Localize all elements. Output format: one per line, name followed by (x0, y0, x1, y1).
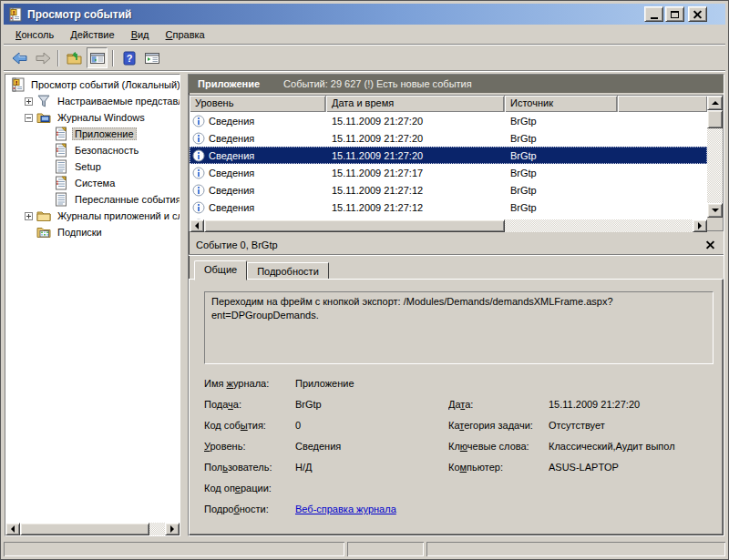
title-bar[interactable]: Просмотр событий (4, 4, 725, 25)
status-bar (4, 540, 725, 556)
scrollbar-thumb[interactable] (707, 110, 723, 128)
preview-tabs: Общие Подробности (189, 260, 724, 279)
column-datetime[interactable]: Дата и время (326, 96, 505, 112)
subscriptions-icon (36, 225, 51, 239)
expand-icon[interactable] (25, 97, 33, 106)
log-header-bar: Приложение Событий: 29 627 (!) Есть новы… (189, 75, 724, 93)
field-label-level: Уровень: (204, 441, 295, 452)
tree-item-application[interactable]: Приложение (5, 126, 180, 142)
menu-console[interactable]: Консоль (7, 26, 62, 43)
event-row[interactable]: Сведения 15.11.2009 21:27:20 BrGtp (190, 129, 707, 147)
column-source[interactable]: Источник (505, 96, 618, 112)
preview-close-button[interactable] (703, 239, 716, 251)
minimize-icon (651, 17, 658, 19)
tab-details[interactable]: Подробности (247, 262, 329, 279)
tree-item-forwarded-events[interactable]: Пересланные события (5, 191, 180, 208)
scrollbar-thumb[interactable] (204, 219, 505, 232)
column-level[interactable]: Уровень (190, 96, 326, 112)
panel-splitter[interactable] (180, 74, 188, 536)
event-datetime: 15.11.2009 21:27:20 (326, 133, 505, 144)
show-action-pane-button[interactable] (141, 47, 162, 68)
main-area: Просмотр событий (Локальный) Настраиваем… (4, 72, 725, 539)
event-row[interactable]: Сведения 15.11.2009 21:27:12 BrGtp (190, 199, 707, 216)
event-source: BrGtp (505, 185, 707, 196)
tree-item-windows-logs[interactable]: Журналы Windows (5, 109, 180, 126)
tree-horizontal-scrollbar[interactable] (5, 523, 180, 535)
scrollbar-track[interactable] (149, 523, 165, 535)
scroll-right-button[interactable] (165, 523, 180, 535)
scrollbar-track[interactable] (707, 128, 723, 203)
tree-item-app-service-logs[interactable]: Журналы приложений и служб (5, 208, 180, 224)
back-button[interactable] (9, 47, 30, 68)
menu-view[interactable]: Вид (123, 26, 158, 43)
event-source: BrGtp (505, 202, 707, 213)
tree-item-security[interactable]: Безопасность (5, 142, 180, 158)
event-description[interactable]: Переходим на фрейм с кнопкой экспорт: /M… (204, 291, 714, 364)
field-label-log-name: Имя журнала: (204, 378, 295, 389)
preview-divider (189, 254, 724, 256)
scrollbar-thumb[interactable] (20, 523, 149, 535)
tree-item-system[interactable]: Система (5, 175, 180, 191)
event-row[interactable]: Сведения 15.11.2009 21:27:17 BrGtp (190, 164, 707, 181)
field-label-keywords: Ключевые слова: (448, 441, 549, 452)
event-level: Сведения (209, 133, 254, 144)
maximize-button[interactable] (665, 6, 684, 22)
up-level-folder-icon (67, 51, 83, 66)
field-row: Имя журнала: Приложение (204, 378, 714, 399)
tree-item-label: Пересланные события (72, 193, 180, 206)
scroll-right-icon (698, 222, 705, 229)
menu-action[interactable]: Действие (62, 26, 122, 43)
event-log-online-help-link[interactable]: Веб-справка журнала (295, 504, 396, 514)
scroll-left-button[interactable] (5, 523, 20, 535)
field-row: Подача: BrGtp Дата: 15.11.2009 21:27:20 (204, 399, 714, 420)
event-row[interactable]: Сведения 15.11.2009 21:27:20 BrGtp (190, 112, 707, 129)
console-tree-icon (89, 51, 106, 66)
collapse-icon[interactable] (25, 114, 33, 122)
expand-icon[interactable] (25, 212, 33, 220)
scroll-right-icon (170, 525, 178, 533)
list-horizontal-scrollbar[interactable] (190, 219, 707, 232)
toolbar-separator (112, 50, 114, 66)
show-console-tree-button[interactable] (87, 47, 108, 68)
tree-item-label: Просмотр событий (Локальный) (28, 78, 180, 91)
event-source: BrGtp (505, 150, 707, 161)
toolbar: ? (4, 46, 725, 70)
event-row-selected[interactable]: Сведения 15.11.2009 21:27:20 BrGtp (190, 147, 707, 164)
scrollbar-track[interactable] (505, 219, 693, 232)
minimize-button[interactable] (644, 6, 663, 22)
field-row: Код события: 0 Категория задачи: Отсутст… (204, 420, 714, 441)
column-header-row: Уровень Дата и время Источник (190, 96, 707, 112)
scroll-up-button[interactable] (707, 96, 723, 110)
close-button[interactable] (688, 6, 707, 22)
event-row[interactable]: Сведения 15.11.2009 21:27:12 BrGtp (190, 181, 707, 199)
log-status: Событий: 29 627 (!) Есть новые события (283, 78, 472, 89)
event-viewer-app-icon (7, 7, 22, 22)
information-icon (192, 149, 205, 162)
scroll-up-icon (712, 97, 719, 105)
tree-item-custom-views[interactable]: Настраиваемые представления (5, 93, 180, 109)
tree-item-label: Журналы приложений и служб (55, 209, 180, 222)
folder-icon (36, 209, 51, 223)
event-datetime: 15.11.2009 21:27:20 (326, 150, 505, 161)
log-icon (54, 159, 68, 174)
forward-button[interactable] (32, 47, 53, 68)
log-icon (54, 192, 68, 207)
list-vertical-scrollbar[interactable] (707, 96, 723, 230)
tree-item-root[interactable]: Просмотр событий (Локальный) (5, 76, 180, 93)
up-level-button[interactable] (64, 47, 85, 68)
event-datetime: 15.11.2009 21:27:17 (326, 168, 505, 178)
scroll-left-button[interactable] (190, 219, 204, 232)
tree-item-subscriptions[interactable]: Подписки (5, 224, 180, 240)
field-value-event-id: 0 (295, 420, 448, 431)
tree-item-setup[interactable]: Setup (5, 158, 180, 175)
event-level: Сведения (209, 168, 254, 178)
field-value-keywords: Классический,Аудит выпол (549, 441, 714, 452)
log-name: Приложение (198, 78, 260, 89)
menu-bar: Консоль Действие Вид Справка (4, 25, 725, 44)
scroll-down-button[interactable] (707, 203, 723, 218)
windows-logs-folder-icon (36, 110, 51, 125)
tab-general[interactable]: Общие (194, 260, 247, 280)
scroll-right-button[interactable] (693, 219, 707, 232)
menu-help[interactable]: Справка (158, 26, 213, 43)
help-button[interactable]: ? (118, 47, 139, 68)
